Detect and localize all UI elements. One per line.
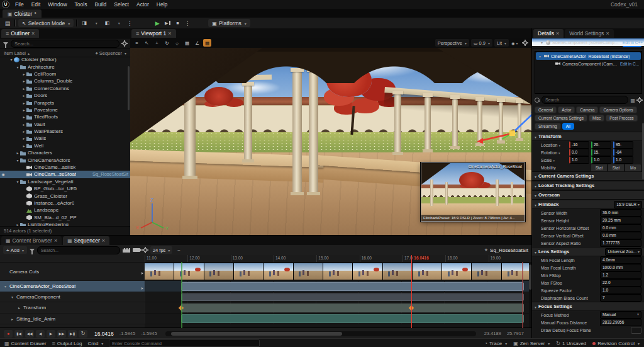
expander-icon[interactable] — [15, 179, 20, 185]
sequencer-add-button[interactable]: Add — [3, 246, 27, 254]
transform-gizmo[interactable] — [473, 106, 531, 150]
transform-label[interactable]: Scale — [541, 158, 567, 162]
property-value-field[interactable]: 1000.0 mm — [600, 264, 641, 271]
expander-icon[interactable] — [17, 305, 21, 310]
cinematics-dropdown[interactable] — [114, 19, 123, 27]
filmback-preset-dropdown[interactable]: 16:9 DSLR — [614, 201, 642, 208]
collapsed-section-header[interactable]: Overscan — [532, 190, 644, 200]
play-forward-button[interactable] — [47, 330, 55, 338]
timeline-vertical-scrollbar[interactable] — [529, 262, 531, 328]
section-filmback[interactable]: Filmback 16:9 DSLR — [532, 200, 644, 209]
expander-icon[interactable] — [21, 128, 26, 134]
camera-cut-thumbnail[interactable] — [442, 263, 472, 280]
close-icon[interactable] — [54, 237, 57, 244]
search-input[interactable] — [11, 40, 119, 48]
timeline-ruler[interactable]: 11.00 12.00 13.00 14.00 — [145, 255, 531, 263]
collapsed-section-header[interactable]: Current Camera Settings — [532, 171, 644, 181]
outliner-row[interactable]: Landscape — [0, 207, 130, 213]
expander-icon[interactable] — [21, 135, 26, 141]
rotate-tool-icon[interactable] — [163, 39, 171, 47]
filter-icon[interactable] — [3, 42, 8, 45]
outliner-row[interactable]: Landscape_Vegetati — [0, 178, 130, 185]
camera-component-track[interactable] — [145, 292, 531, 302]
select-tool-icon[interactable] — [143, 39, 151, 47]
transform-label[interactable]: Rotation — [541, 151, 567, 155]
go-to-start-button[interactable] — [14, 330, 23, 338]
expander-icon[interactable] — [10, 294, 14, 300]
close-icon[interactable] — [31, 30, 35, 37]
unreal-logo-icon[interactable] — [0, 1, 11, 8]
menu-item[interactable]: Build — [91, 1, 110, 8]
camera-cut-thumbnail[interactable] — [502, 263, 531, 280]
render-movie-icon[interactable] — [123, 248, 130, 253]
x-value-field[interactable]: 1.0 — [569, 156, 589, 164]
camera-cut-thumbnail[interactable] — [413, 263, 442, 280]
expander-icon[interactable] — [21, 122, 26, 127]
playback-range-start-marker[interactable] — [181, 262, 182, 328]
x-value-field[interactable]: -16 — [569, 141, 589, 149]
filter-chip[interactable]: Current Camera Settings — [535, 115, 587, 122]
y-value-field[interactable]: 1.0 — [591, 156, 611, 164]
expander-icon[interactable] — [21, 93, 26, 98]
y-value-field[interactable]: 15. — [591, 149, 611, 156]
menu-item[interactable]: Help — [153, 1, 171, 8]
expander-icon[interactable] — [15, 64, 20, 70]
view-mode-dropdown[interactable]: Lit — [494, 39, 509, 47]
expander-icon[interactable] — [10, 316, 14, 322]
z-value-field[interactable]: -84 — [613, 149, 633, 156]
filter-chip[interactable]: Camera Options — [599, 106, 636, 113]
property-value-field[interactable]: 1.2 — [600, 271, 641, 279]
grid-snap-icon[interactable] — [183, 39, 191, 47]
range-end-value[interactable]: 23.4189 — [484, 331, 501, 336]
expander-icon[interactable] — [9, 57, 14, 62]
loop-toggle-button[interactable] — [79, 330, 87, 338]
expander-icon[interactable] — [21, 107, 26, 113]
view-start-value[interactable]: -1.5945 — [141, 331, 157, 336]
section-lens[interactable]: Lens Settings Universal Zoo... — [532, 247, 644, 256]
move-tool-icon[interactable] — [153, 39, 161, 47]
lens-preset-dropdown[interactable]: Universal Zoo... — [605, 248, 642, 256]
curve-editor-icon[interactable]: ~ — [175, 247, 182, 253]
cinematics-button[interactable] — [103, 19, 111, 27]
details-tab[interactable]: Details — [533, 29, 564, 38]
mobility-option[interactable]: Mo — [625, 164, 641, 172]
perspective-dropdown[interactable]: Perspective — [435, 39, 469, 47]
mobility-option[interactable]: Stat — [608, 164, 625, 172]
animation-track[interactable] — [145, 314, 531, 324]
viewport-options-icon[interactable] — [133, 39, 141, 47]
track-section-bar[interactable] — [181, 314, 524, 323]
menu-item[interactable]: Actor — [133, 1, 153, 8]
track-filter-icon[interactable] — [30, 249, 35, 252]
edit-in-cpp-link[interactable]: Edit in C... — [620, 62, 639, 66]
outliner-row[interactable]: CineCameraActors — [0, 156, 130, 163]
sequencer-track-row[interactable]: Sitting_Idle_Anim — [0, 314, 145, 324]
stop-button[interactable] — [173, 19, 182, 27]
outliner-row[interactable]: Well — [0, 142, 130, 149]
menu-item[interactable]: Select — [110, 1, 133, 8]
viewport-settings-gear-icon[interactable] — [523, 40, 528, 45]
outliner-row[interactable]: Doors — [0, 92, 130, 99]
previous-frame-button[interactable] — [25, 330, 34, 338]
blueprints-dropdown[interactable] — [91, 19, 100, 27]
expander-icon[interactable] — [21, 71, 26, 77]
transform-track[interactable] — [145, 302, 531, 314]
outliner-row[interactable]: SM_Bla...d_02_PP — [0, 214, 130, 221]
property-value-field[interactable]: 36.0 mm — [600, 209, 641, 217]
editor-mode-dropdown[interactable]: Selection Mode — [18, 19, 74, 27]
camera-cut-thumbnail[interactable] — [383, 263, 413, 280]
track-section-bar[interactable] — [181, 293, 524, 301]
z-value-field[interactable]: 95. — [613, 141, 633, 149]
camera-cut-thumbnail[interactable] — [204, 263, 234, 280]
current-time-value[interactable]: 16.0416 — [94, 331, 114, 337]
expander-icon[interactable] — [21, 100, 26, 106]
expander-icon[interactable] — [538, 54, 542, 59]
sequencer-track-row[interactable]: Camera Cuts — [0, 263, 145, 281]
outliner-row[interactable]: Parapets — [0, 99, 130, 106]
property-value-field[interactable] — [631, 327, 641, 334]
outliner-row[interactable]: BP_Glob...tor_UE5 — [0, 185, 130, 192]
outliner-row[interactable]: Columns_Double — [0, 77, 130, 84]
camera-speed-icon[interactable] — [203, 39, 211, 47]
outliner-row[interactable]: CellRoom — [0, 71, 130, 77]
menu-item[interactable]: File — [11, 1, 28, 8]
rotation-snap-icon[interactable] — [193, 39, 201, 47]
